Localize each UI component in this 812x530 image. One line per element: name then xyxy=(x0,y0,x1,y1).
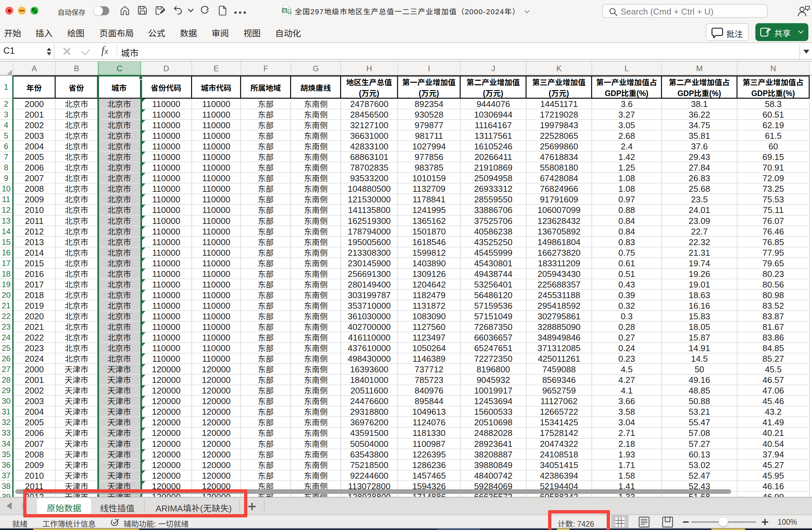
svg-text:X: X xyxy=(283,8,286,13)
